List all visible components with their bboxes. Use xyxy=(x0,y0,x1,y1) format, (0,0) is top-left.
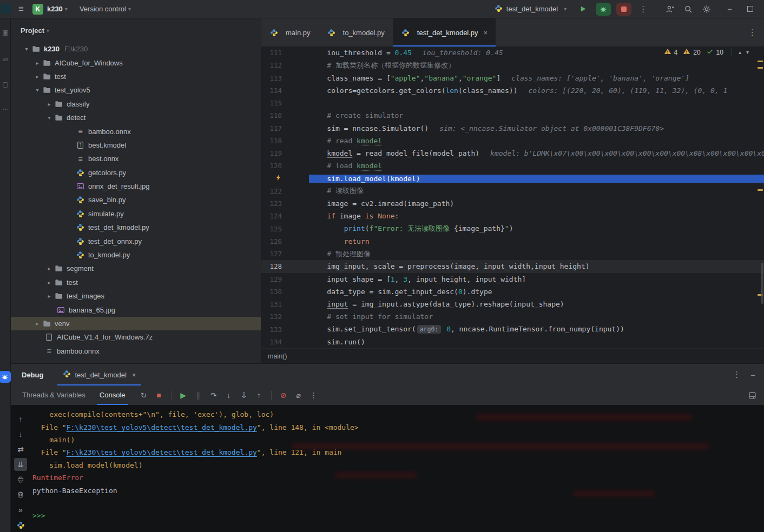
next-problem-icon[interactable]: ▾ xyxy=(745,49,750,55)
console-output[interactable]: exec(compile(contents+"\n", file, 'exec'… xyxy=(32,408,764,532)
settings-gear-icon[interactable] xyxy=(702,5,711,14)
step-over-icon[interactable]: ↷ xyxy=(207,389,221,402)
chevron-right-icon[interactable]: ▸ xyxy=(44,265,54,271)
code-with-me-icon[interactable] xyxy=(666,5,674,14)
stop-button[interactable] xyxy=(616,3,631,16)
code-area[interactable]: 111 iou_threshold = 0.45iou_threshold: 0… xyxy=(261,46,764,348)
breadcrumb[interactable]: main() xyxy=(261,348,764,363)
gutter-line-number[interactable]: 112 xyxy=(261,61,309,69)
workspace-tool-icon[interactable]: ws xyxy=(0,54,11,65)
debug-session-tab[interactable]: test_det_kmodel × xyxy=(57,364,141,385)
tab-threads-variables[interactable]: Threads & Variables xyxy=(19,385,88,405)
tree-item-test[interactable]: ▸test xyxy=(11,70,261,83)
tree-item-simulate-py[interactable]: simulate.py xyxy=(11,207,261,221)
gutter-line-number[interactable]: 114 xyxy=(261,87,309,95)
tree-item-onnx-det-result-jpg[interactable]: onnx_det_result.jpg xyxy=(11,179,261,193)
editor-tab-to-kmodel-py[interactable]: to_kmodel.py xyxy=(319,18,393,46)
gutter-line-number[interactable]: 119 xyxy=(261,149,309,157)
tree-item-k230[interactable]: ▾k230F:\k230 xyxy=(11,42,261,56)
project-tool-icon[interactable]: ▣ xyxy=(0,27,11,38)
gutter-line-number[interactable]: 129 xyxy=(261,275,309,283)
python-prompt-icon[interactable] xyxy=(14,518,27,531)
debug-button[interactable] xyxy=(596,3,611,16)
run-button[interactable] xyxy=(575,3,590,16)
tree-item-venv[interactable]: ▸venv xyxy=(11,317,261,330)
gutter-line-number[interactable]: 116 xyxy=(261,111,309,119)
chevron-right-icon[interactable]: ▸ xyxy=(44,101,54,107)
gutter-line-number[interactable]: 130 xyxy=(261,288,309,296)
tree-item-test-det-onnx-py[interactable]: test_det_onnx.py xyxy=(11,234,261,248)
step-out-icon[interactable]: ↑ xyxy=(252,389,266,402)
gutter-line-number[interactable]: 113 xyxy=(261,74,309,82)
chevron-down-icon[interactable]: ▾ xyxy=(22,46,31,52)
stack-trace-link[interactable]: F:\k230\test_yolov5\detect\test_det_kmod… xyxy=(67,448,257,456)
tab-console[interactable]: Console xyxy=(97,385,128,405)
mute-breakpoints-icon[interactable]: ⊘ xyxy=(276,389,291,402)
vcs-menu[interactable]: Version control xyxy=(80,5,126,13)
breadcrumb-item[interactable]: main() xyxy=(268,353,287,360)
more-actions-icon[interactable]: ⋮ xyxy=(733,370,741,380)
execution-point-icon[interactable] xyxy=(261,174,309,183)
project-panel-header[interactable]: Project ▾ xyxy=(11,18,261,42)
gutter-line-number[interactable]: 133 xyxy=(261,325,309,334)
gutter-line-number[interactable]: 134 xyxy=(261,338,309,346)
gutter-line-number[interactable]: 123 xyxy=(261,200,309,208)
gutter-line-number[interactable]: 122 xyxy=(261,187,309,195)
tree-item-save-bin-py[interactable]: save_bin.py xyxy=(11,193,261,207)
tree-item-best-kmodel[interactable]: ?best.kmodel xyxy=(11,138,261,152)
gutter-line-number[interactable]: 124 xyxy=(261,212,309,220)
gutter-line-number[interactable]: 117 xyxy=(261,124,309,132)
gutter-line-number[interactable]: 120 xyxy=(261,162,309,170)
gutter-line-number[interactable]: 126 xyxy=(261,237,309,245)
view-breakpoints-icon[interactable]: ⌀ xyxy=(292,389,306,402)
gutter-line-number[interactable]: 127 xyxy=(261,250,309,258)
print-icon[interactable] xyxy=(14,473,27,486)
tab-options-icon[interactable]: ⋮ xyxy=(748,18,756,46)
soft-wrap-icon[interactable]: ⇄ xyxy=(14,443,27,456)
debug-tool-icon[interactable] xyxy=(0,371,11,383)
chevron-right-icon[interactable]: ▸ xyxy=(32,321,42,327)
tree-item-detect[interactable]: ▾detect xyxy=(11,111,261,124)
tree-item-best-onnx[interactable]: ≡best.onnx xyxy=(11,152,261,165)
tree-item-aicube-for-windows[interactable]: ▸AICube_for_Windows xyxy=(11,56,261,69)
tree-item-bamboo-onnx[interactable]: ≡bamboo.onnx xyxy=(11,124,261,138)
up-stack-frame-icon[interactable]: ↑ xyxy=(14,413,27,425)
chevron-right-icon[interactable]: ▸ xyxy=(44,280,54,285)
hide-panel-icon[interactable]: − xyxy=(750,370,755,380)
close-icon[interactable]: × xyxy=(132,371,136,379)
tree-item-test-yolov5[interactable]: ▾test_yolov5 xyxy=(11,83,261,97)
prev-problem-icon[interactable]: ▴ xyxy=(737,49,742,55)
scroll-to-end-icon[interactable]: ⇊ xyxy=(14,458,27,471)
gutter-line-number[interactable]: 118 xyxy=(261,137,309,145)
debug-title[interactable]: Debug xyxy=(11,364,57,385)
more-debug-actions-icon[interactable]: ⋮ xyxy=(307,389,321,402)
tree-item-aicube-v1-4-for-windows-7z[interactable]: AICube_V1.4_for_Windows.7z xyxy=(11,330,261,344)
project-name[interactable]: k230 xyxy=(47,5,63,13)
tree-item-test[interactable]: ▸test xyxy=(11,276,261,289)
close-icon[interactable]: × xyxy=(484,29,488,37)
chevron-right-icon[interactable]: ▸ xyxy=(44,293,54,299)
editor-tab-main-py[interactable]: main.py xyxy=(261,18,319,46)
more-tool-windows-icon[interactable]: ⋯ xyxy=(0,104,11,115)
rerun-icon[interactable]: ↻ xyxy=(137,389,151,402)
search-icon[interactable] xyxy=(684,5,693,14)
step-into-icon[interactable]: ↓ xyxy=(222,389,236,402)
tree-item-to-kmodel-py[interactable]: to_kmodel.py xyxy=(11,248,261,262)
chevron-right-icon[interactable]: ▸ xyxy=(32,60,42,66)
tree-item-test-images[interactable]: ▸test_images xyxy=(11,289,261,303)
stop-icon[interactable]: ■ xyxy=(152,389,166,402)
force-step-into-icon[interactable]: ⇩ xyxy=(237,389,251,402)
main-menu-icon[interactable]: ≡ xyxy=(18,4,24,15)
chevron-right-icon[interactable]: ▸ xyxy=(32,74,42,79)
scrollbar-thumb[interactable] xyxy=(761,263,763,304)
window-minimize-button[interactable]: − xyxy=(727,4,732,14)
structure-tool-icon[interactable]: ▢ xyxy=(0,79,11,90)
debug-console[interactable]: ↑↓⇄⇊» exec(compile(contents+"\n", file, … xyxy=(11,405,764,532)
gutter-line-number[interactable]: 125 xyxy=(261,225,309,233)
tree-item-segment[interactable]: ▸segment xyxy=(11,262,261,275)
gutter-line-number[interactable]: 111 xyxy=(261,49,309,57)
chevron-down-icon[interactable]: ▾ xyxy=(44,115,54,121)
tree-item-test-det-kmodel-py[interactable]: test_det_kmodel.py xyxy=(11,221,261,234)
layout-settings-icon[interactable] xyxy=(748,385,756,405)
window-maximize-button[interactable] xyxy=(747,6,753,12)
